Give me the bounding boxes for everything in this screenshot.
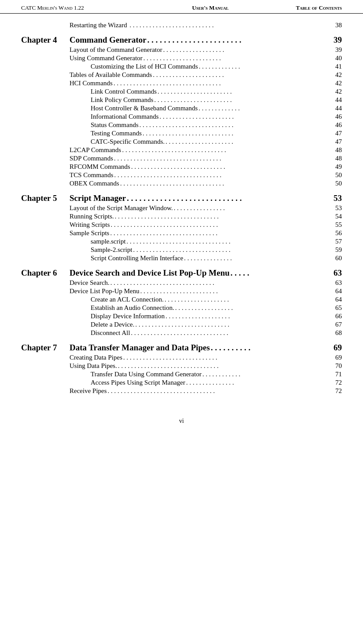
chapter-4-section-9: Status Commands . . . . . . . . . . . . … <box>21 121 342 129</box>
section-7-text: Host Controller & Baseband Commands <box>91 105 198 112</box>
section-8-page: 46 <box>331 113 342 120</box>
chapter-5-section-6: Script Controlling Merlin Interface . . … <box>21 255 342 262</box>
top-entry-page: 38 <box>331 22 342 29</box>
chapter-4-section-1: Using Command Generator . . . . . . . . … <box>21 55 342 62</box>
section-4-dots: . . . . . . . . . . . . . . . . . . . . <box>165 313 330 320</box>
chapter-5-section-4: sample.script . . . . . . . . . . . . . … <box>21 238 342 245</box>
section-4-dots: . . . . . . . . . . . . . . . . . . . . … <box>114 80 330 87</box>
section-5-dots: . . . . . . . . . . . . . . . . . . . . … <box>136 321 330 328</box>
chapter-4-section-3: Tables of Available Commands . . . . . .… <box>21 71 342 79</box>
section-1-text: Device List Pop-Up Menu <box>70 287 139 295</box>
section-3-page: 42 <box>331 71 342 79</box>
chapter-6-page: 63 <box>330 268 342 278</box>
chapter-6-section-6: Disconnect All . . . . . . . . . . . . .… <box>21 329 342 337</box>
section-0-page: 53 <box>331 204 342 212</box>
chapter-4-section-13: SDP Commands . . . . . . . . . . . . . .… <box>21 155 342 162</box>
section-3-text: Access Pipes Using Script Manager <box>91 379 185 386</box>
section-0-text: Layout of the Command Generator <box>70 46 162 54</box>
chapter-5-section-1: Running Scripts. . . . . . . . . . . . .… <box>21 213 342 220</box>
section-5-dots: . . . . . . . . . . . . . . . . . . . . … <box>158 88 330 95</box>
section-1-page: 70 <box>331 362 342 370</box>
chapter-6-label: Chapter 6 <box>21 268 70 278</box>
section-6-dots: . . . . . . . . . . . . . . . <box>184 255 330 262</box>
chapter-4-section-10: Testing Commands . . . . . . . . . . . .… <box>21 130 342 137</box>
section-1-dots: . . . . . . . . . . . . . . . . . . . . … <box>140 287 330 295</box>
section-2-dots: . . . . . . . . . . . . <box>202 371 330 378</box>
toc-top-entry: Restarting the Wizard . . . . . . . . . … <box>21 22 342 29</box>
top-entry-dots: . . . . . . . . . . . . . . . . . . . . … <box>128 22 330 29</box>
section-6-dots: . . . . . . . . . . . . . . . . . . . . … <box>154 96 331 104</box>
section-11-text: CATC-Specific Commands. <box>91 138 165 146</box>
section-2-text: Writing Scripts <box>70 221 110 229</box>
chapter-4-section-11: CATC-Specific Commands. . . . . . . . . … <box>21 138 342 146</box>
chapter-7-section-2: Transfer Data Using Command Generator . … <box>21 371 342 378</box>
section-1-text: Running Scripts. <box>70 213 114 220</box>
section-3-page: 56 <box>331 229 342 237</box>
section-15-page: 50 <box>331 171 342 179</box>
header-right-label: User's Manual <box>192 4 229 11</box>
section-9-text: Status Commands <box>91 121 139 129</box>
section-4-dots: . . . . . . . . . . . . . . . . . . . . … <box>127 238 330 245</box>
page-footer: vi <box>0 413 363 425</box>
section-0-page: 63 <box>331 279 342 287</box>
chapter-6-section-1: Device List Pop-Up Menu . . . . . . . . … <box>21 287 342 295</box>
chapter-7-label: Chapter 7 <box>21 343 70 353</box>
chapter-6-section-3: Establish an Audio Connection. . . . . .… <box>21 304 342 312</box>
section-13-text: SDP Commands <box>70 155 113 162</box>
section-1-text: Using Data Pipes. <box>70 362 117 370</box>
section-2-text: Create an ACL Connection. <box>91 296 164 303</box>
section-2-page: 71 <box>331 371 342 378</box>
section-12-dots: . . . . . . . . . . . . . . . . . . . . … <box>122 146 330 154</box>
section-5-text: Sample-2.script <box>91 246 132 254</box>
chapters-container: Chapter 4Command Generator . . . . . . .… <box>21 35 342 395</box>
top-entry-text: Restarting the Wizard <box>70 22 127 29</box>
section-14-text: RFCOMM Commands <box>70 163 130 171</box>
section-3-dots: . . . . . . . . . . . . . . . . . . . . … <box>110 229 330 237</box>
section-2-page: 41 <box>331 63 342 70</box>
chapter-4-section-4: HCI Commands . . . . . . . . . . . . . .… <box>21 80 342 87</box>
section-10-page: 47 <box>331 130 342 137</box>
section-5-text: Delete a Device. <box>91 321 135 328</box>
chapter-7-dots: . . . . . . . . . . <box>211 343 329 353</box>
chapter-6-dots: . . . . . <box>231 268 329 278</box>
section-4-page: 72 <box>331 387 342 395</box>
section-4-text: Receive Pipes <box>70 387 107 395</box>
section-3-page: 72 <box>331 379 342 386</box>
section-1-page: 40 <box>331 55 342 62</box>
section-0-dots: . . . . . . . . . . . . . . . . <box>174 204 330 212</box>
chapter-4-title: Command Generator <box>70 35 147 45</box>
section-12-page: 48 <box>331 146 342 154</box>
section-9-dots: . . . . . . . . . . . . . . . . . . . . … <box>139 121 330 129</box>
chapter-4-section-16: OBEX Commands . . . . . . . . . . . . . … <box>21 180 342 187</box>
section-5-page: 59 <box>331 246 342 254</box>
section-16-text: OBEX Commands <box>70 180 119 187</box>
section-4-page: 66 <box>331 313 342 320</box>
section-0-dots: . . . . . . . . . . . . . . . . . . . . … <box>123 354 330 361</box>
section-4-page: 42 <box>331 80 342 87</box>
section-14-dots: . . . . . . . . . . . . . . . . . . . . … <box>131 163 330 171</box>
section-5-text: Link Control Commands <box>91 88 157 95</box>
section-3-dots: . . . . . . . . . . . . . . . <box>186 379 330 386</box>
section-0-dots: . . . . . . . . . . . . . . . . . . . <box>163 46 330 54</box>
section-3-text: Tables of Available Commands <box>70 71 152 79</box>
chapter-4-dots: . . . . . . . . . . . . . . . . . . . . … <box>147 35 329 45</box>
section-4-text: Display Device Information <box>91 313 165 320</box>
section-2-page: 55 <box>331 221 342 229</box>
section-0-text: Layout of the Script Manager Window. <box>70 204 173 212</box>
section-4-dots: . . . . . . . . . . . . . . . . . . . . … <box>108 387 330 395</box>
section-2-dots: . . . . . . . . . . . . . . . . . . . . … <box>110 221 330 229</box>
chapter-4-section-6: Link Policy Commands . . . . . . . . . .… <box>21 96 342 104</box>
chapter-4-page: 39 <box>330 35 342 45</box>
chapter-5-title: Script Manager <box>70 193 126 203</box>
section-6-text: Link Policy Commands <box>91 96 154 104</box>
chapter-7-title: Data Transfer Manager and Data Pipes <box>70 343 210 353</box>
section-12-text: L2CAP Commands <box>70 146 121 154</box>
section-15-text: TCS Commands <box>70 171 114 179</box>
section-2-page: 64 <box>331 296 342 303</box>
section-1-dots: . . . . . . . . . . . . . . . . . . . . … <box>118 362 330 370</box>
footer-page: vi <box>179 418 184 424</box>
page-header: CATC Merlin's Wand 1.22 User's Manual Ta… <box>0 0 363 14</box>
chapter-5-dots: . . . . . . . . . . . . . . . . . . . . … <box>127 193 329 203</box>
section-6-page: 60 <box>331 255 342 262</box>
section-4-page: 57 <box>331 238 342 245</box>
